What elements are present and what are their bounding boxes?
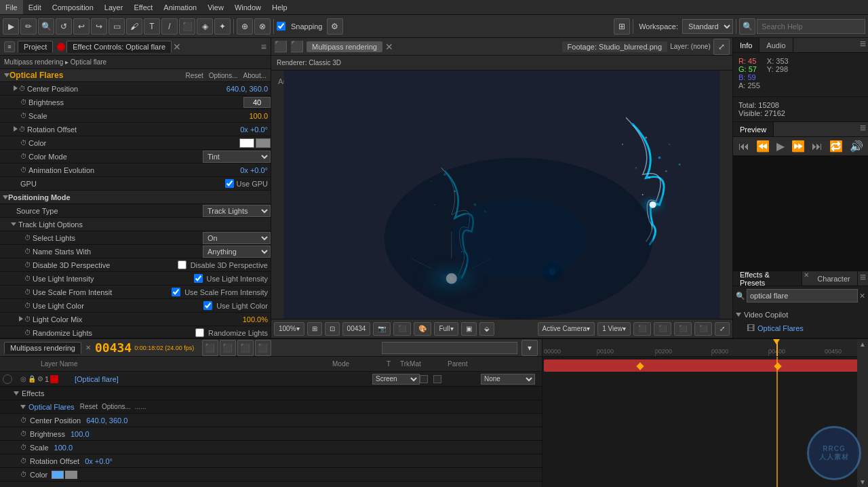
randomize-lights-checkbox[interactable] xyxy=(195,328,204,337)
mask-tool[interactable]: ◈ xyxy=(197,18,213,35)
zoom-tool[interactable]: 🔍 xyxy=(38,18,54,35)
comp-close-btn[interactable]: ✕ xyxy=(385,41,393,52)
optical-flares-item[interactable]: 🎞 Optical Flares xyxy=(736,322,865,335)
use-light-color-checkbox[interactable] xyxy=(203,301,212,310)
step-forward-btn[interactable]: ⏩ xyxy=(789,140,807,153)
fit-btn[interactable]: ⊞ xyxy=(307,322,322,336)
step-back-btn[interactable]: ⏪ xyxy=(754,140,772,153)
color-mode-select[interactable]: Tint xyxy=(203,151,271,163)
layer-label[interactable]: ⚙ xyxy=(37,375,43,383)
gpu-checkbox[interactable] xyxy=(225,179,234,188)
resolution-select[interactable]: Full ▾ xyxy=(434,322,458,336)
snapping-checkbox[interactable] xyxy=(277,22,285,31)
info-tab[interactable]: Info xyxy=(733,38,760,52)
of-reset-btn[interactable]: Reset xyxy=(80,403,98,410)
track-options-arrow[interactable] xyxy=(11,222,16,226)
effects-options[interactable]: ≡ xyxy=(858,271,868,286)
comp-home-btn[interactable]: ⬛ xyxy=(274,40,288,53)
color-swatch[interactable] xyxy=(239,138,254,148)
effects-search-input[interactable] xyxy=(747,289,858,303)
snap-btn[interactable]: ⊡ xyxy=(325,322,340,336)
center-pos-expand[interactable] xyxy=(14,85,18,92)
skip-start-btn[interactable]: ⏮ xyxy=(736,140,751,153)
tl-btn3[interactable]: ⬛ xyxy=(237,340,254,356)
brush-tool[interactable]: 🖌 xyxy=(126,18,142,35)
brightness-input[interactable] xyxy=(243,97,271,108)
collapse-arrow[interactable] xyxy=(4,73,9,77)
view-count-select[interactable]: 1 View ▾ xyxy=(597,322,631,336)
timeline-search[interactable] xyxy=(382,342,517,354)
info-options[interactable]: ≡ xyxy=(858,38,868,52)
anim-evol-value[interactable]: 0x +0.0° xyxy=(237,166,271,174)
camera-tool[interactable]: ⊗ xyxy=(254,18,271,35)
effects-presets-tab[interactable]: Effects & Presets xyxy=(733,271,802,286)
view-layout-4[interactable]: ⬛ xyxy=(694,322,712,336)
view-layout-3[interactable]: ⬛ xyxy=(674,322,692,336)
timeline-tab[interactable]: Multipass rendering xyxy=(4,342,81,354)
undo-tool[interactable]: ↩ xyxy=(73,18,90,35)
overdrive-btn[interactable]: ⬙ xyxy=(479,322,494,336)
positioning-mode-section[interactable]: Positioning Mode xyxy=(0,191,271,204)
layer-parent-select[interactable]: None xyxy=(481,374,535,385)
color-mix-expand[interactable] xyxy=(19,316,23,323)
color-btn[interactable]: 🎨 xyxy=(414,322,431,336)
scroll-up[interactable]: ▲ xyxy=(859,340,866,348)
render-btn[interactable]: 📷 xyxy=(373,322,391,336)
menu-help[interactable]: Help xyxy=(267,0,293,14)
preview-options[interactable]: ≡ xyxy=(858,122,868,136)
color-sub-swatch[interactable] xyxy=(52,471,64,479)
options-btn[interactable]: Options... xyxy=(209,72,238,79)
path-tool[interactable]: / xyxy=(161,18,178,35)
viewer-expand-btn[interactable]: ⤢ xyxy=(713,39,730,55)
panel-options-btn[interactable]: ≡ xyxy=(261,41,267,52)
name-starts-select[interactable]: Anything xyxy=(203,246,271,258)
rotation-value[interactable]: 0x +0.0° xyxy=(237,125,271,134)
menu-file[interactable]: File xyxy=(0,0,23,14)
center-pos-value[interactable]: 640.0, 360.0 xyxy=(224,85,271,93)
trkmat-box[interactable] xyxy=(433,375,441,383)
character-tab[interactable]: Character xyxy=(810,271,857,286)
layer-name-display[interactable]: [Optical flare] xyxy=(75,375,372,383)
of-options-btn[interactable]: Options... xyxy=(102,403,131,410)
layer-color-swatch[interactable] xyxy=(50,375,58,383)
video-copilot-item[interactable]: Video Copilot xyxy=(736,308,865,322)
workspace-select[interactable]: Standard xyxy=(682,19,733,34)
redo-tool[interactable]: ↪ xyxy=(91,18,107,35)
menu-edit[interactable]: Edit xyxy=(23,0,47,14)
effects-clear-btn[interactable]: ✕ xyxy=(859,292,865,300)
select-tool[interactable]: ▶ xyxy=(3,18,19,35)
menu-composition[interactable]: Composition xyxy=(47,0,99,14)
audio-btn[interactable]: 🔊 xyxy=(848,140,865,153)
scale-value[interactable]: 100.0 xyxy=(246,112,271,120)
color-sub-swatch2[interactable] xyxy=(65,471,77,479)
menu-window[interactable]: Window xyxy=(229,0,267,14)
about-btn[interactable]: About... xyxy=(243,72,267,79)
menu-effect[interactable]: Effect xyxy=(128,0,158,14)
properties-scroll[interactable]: Optical Flares Reset Options... About...… xyxy=(0,69,271,338)
feather-tool[interactable]: ✦ xyxy=(214,18,231,35)
reset-btn[interactable]: Reset xyxy=(186,72,203,79)
pen-tool[interactable]: ✏ xyxy=(20,18,37,35)
optical-flares-expand[interactable] xyxy=(20,405,26,409)
anchor-tool[interactable]: ⊕ xyxy=(237,18,253,35)
effect-controls-tab[interactable]: Effect Controls: Optical flare xyxy=(66,41,172,53)
comp-expand-btn[interactable]: ⬛ xyxy=(290,40,304,53)
preview-tab[interactable]: Preview xyxy=(733,122,774,136)
audio-tab[interactable]: Audio xyxy=(760,38,793,52)
menu-layer[interactable]: Layer xyxy=(99,0,129,14)
comp-tab[interactable]: Multipass rendering xyxy=(307,41,382,52)
active-camera-select[interactable]: Active Camera ▾ xyxy=(538,322,595,336)
color-mix-value[interactable]: 100.0% xyxy=(240,315,271,324)
rect-tool[interactable]: ▭ xyxy=(108,18,125,35)
layer-solo[interactable] xyxy=(3,374,12,384)
channel-btn[interactable]: ▣ xyxy=(461,322,477,336)
search-input[interactable] xyxy=(757,19,865,34)
play-btn[interactable]: ▶ xyxy=(774,140,787,153)
tl-btn2[interactable]: ⬛ xyxy=(220,340,236,356)
layer-lock[interactable]: 🔒 xyxy=(28,375,36,383)
text-tool[interactable]: T xyxy=(144,18,160,35)
select-lights-select[interactable]: On xyxy=(203,232,271,244)
zoom-display[interactable]: 100% ▾ xyxy=(274,322,304,336)
snapping-opts[interactable]: ⚙ xyxy=(327,18,343,35)
timeline-close-btn[interactable]: ✕ xyxy=(85,344,91,351)
